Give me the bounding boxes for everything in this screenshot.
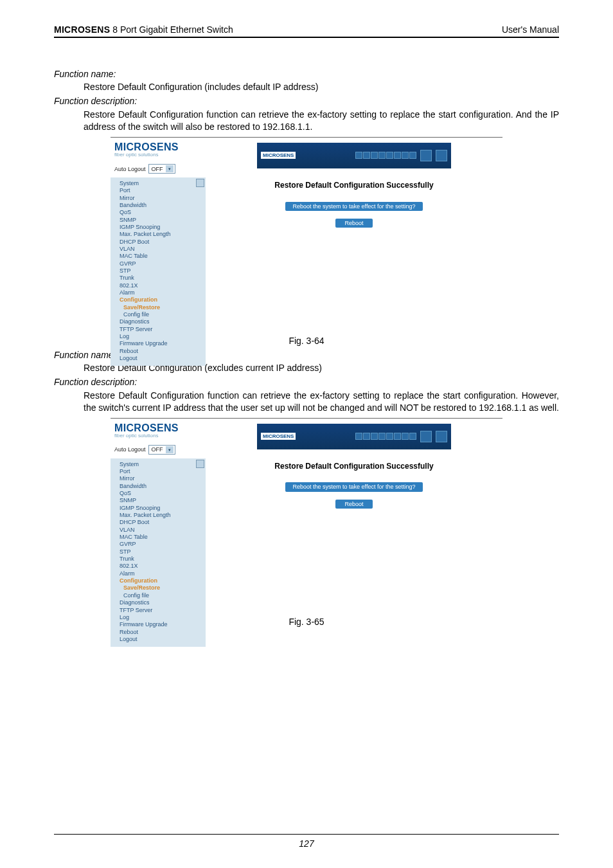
main-panel: MICROSENS Restore Default Configuration … [206,420,502,613]
nav-item[interactable]: Log [112,333,204,340]
chevron-down-icon: ▾ [166,446,173,453]
nav-item[interactable]: Alarm [112,570,204,577]
auto-logout-select[interactable]: OFF ▾ [148,164,175,174]
nav-item[interactable]: Config file [112,592,204,599]
nav-item[interactable]: Mirror [112,194,204,201]
nav-item[interactable]: VLAN [112,526,204,533]
nav-item[interactable]: VLAN [112,245,204,252]
nav-item[interactable]: Mirror [112,475,204,482]
auto-logout-value: OFF [152,446,163,453]
sidebar: MICROSENS fiber optic solutions Auto Log… [111,139,206,332]
nav-item[interactable]: Port [112,187,204,194]
nav-item[interactable]: TFTP Server [112,606,204,613]
logo-block: MICROSENS fiber optic solutions [111,139,206,162]
device-module-icon [420,431,432,442]
auto-logout-label: Auto Logout [114,446,146,453]
auto-logout-value: OFF [152,166,163,172]
nav-item[interactable]: System [112,460,204,467]
figure-365: MICROSENS fiber optic solutions Auto Log… [111,418,502,613]
device-ports-icon [355,433,416,440]
reboot-button[interactable]: Reboot [335,500,372,509]
function-desc-value: Restore Default Configuration function c… [84,109,559,133]
nav-item[interactable]: DHCP Boot [112,238,204,245]
nav-item[interactable]: DHCP Boot [112,519,204,526]
nav-item[interactable]: Max. Packet Length [112,512,204,519]
nav-item[interactable]: 802.1X [112,563,204,570]
nav-item[interactable]: Diagnostics [112,599,204,606]
page-header: MICROSENS 8 Port Gigabit Ethernet Switch… [54,24,559,38]
content-title: Restore Default Configuration Successful… [274,462,433,471]
sidebar: MICROSENS fiber optic solutions Auto Log… [111,420,206,613]
banner-label: MICROSENS [261,433,296,440]
nav-item[interactable]: Bandwidth [112,482,204,489]
nav-item[interactable]: System [112,179,204,186]
header-brand: MICROSENS [54,24,110,35]
main-panel: MICROSENS Restore Default Configuration … [206,139,502,332]
nav-item[interactable]: Logout [112,355,204,362]
nav-item[interactable]: Firmware Upgrade [112,340,204,347]
device-banner: MICROSENS [257,143,451,168]
nav-item[interactable]: SNMP [112,497,204,504]
nav-item[interactable]: Trunk [112,556,204,563]
nav-item[interactable]: MAC Table [112,253,204,260]
nav-item[interactable]: Save/Restore [112,303,204,311]
nav-item[interactable]: Save/Restore [112,584,204,592]
logo-block: MICROSENS fiber optic solutions [111,420,206,443]
auto-logout-label: Auto Logout [114,166,146,172]
nav-item[interactable]: TFTP Server [112,325,204,332]
nav-item[interactable]: 802.1X [112,282,204,289]
nav-item[interactable]: GVRP [112,260,204,267]
function-desc-label: Function description: [54,96,559,106]
page-number: 127 [0,838,613,849]
nav-item[interactable]: Reboot [112,628,204,635]
nav-list: SystemPortMirrorBandwidthQoSSNMPIGMP Sno… [111,177,206,366]
auto-logout-row: Auto Logout OFF ▾ [111,161,206,177]
reboot-question: Reboot the system to take effect for the… [285,202,423,211]
content-title: Restore Default Configuration Successful… [274,181,433,190]
screenshot-1: MICROSENS fiber optic solutions Auto Log… [111,139,502,332]
nav-item[interactable]: Configuration [112,296,204,303]
auto-logout-row: Auto Logout OFF ▾ [111,442,206,458]
auto-logout-select[interactable]: OFF ▾ [148,445,175,455]
nav-item[interactable]: IGMP Snooping [112,223,204,230]
nav-item[interactable]: SNMP [112,216,204,223]
function-name-value: Restore Default Configuration (includes … [84,82,559,92]
nav-item[interactable]: QoS [112,490,204,497]
function-name-label: Function name: [54,69,559,79]
nav-item[interactable]: IGMP Snooping [112,504,204,511]
device-module-icon [436,431,447,442]
nav-item[interactable]: QoS [112,209,204,216]
nav-item[interactable]: Port [112,467,204,475]
banner-label: MICROSENS [261,152,296,159]
device-ports-icon [355,152,416,159]
function-desc-value: Restore Default Configuration function c… [84,390,559,414]
nav-item[interactable]: MAC Table [112,534,204,541]
nav-item[interactable]: STP [112,548,204,555]
nav-list: SystemPortMirrorBandwidthQoSSNMPIGMP Sno… [111,458,206,647]
nav-item[interactable]: Log [112,613,204,620]
nav-item[interactable]: Bandwidth [112,201,204,208]
reboot-button[interactable]: Reboot [335,219,372,228]
nav-item[interactable]: Firmware Upgrade [112,621,204,628]
nav-item[interactable]: Diagnostics [112,318,204,325]
nav-item[interactable]: GVRP [112,541,204,548]
chevron-down-icon: ▾ [166,165,173,172]
header-right: User's Manual [502,24,559,35]
nav-item[interactable]: Logout [112,635,204,642]
footer-rule [54,834,559,835]
header-left: MICROSENS 8 Port Gigabit Ethernet Switch [54,24,233,35]
reboot-question: Reboot the system to take effect for the… [285,482,423,491]
header-product: 8 Port Gigabit Ethernet Switch [110,24,233,35]
nav-item[interactable]: Config file [112,311,204,318]
logo-sub: fiber optic solutions [114,152,202,158]
screenshot-2: MICROSENS fiber optic solutions Auto Log… [111,420,502,613]
device-banner: MICROSENS [257,424,451,449]
nav-item[interactable]: STP [112,267,204,274]
nav-item[interactable]: Reboot [112,347,204,354]
device-module-icon [436,150,447,161]
nav-item[interactable]: Alarm [112,289,204,296]
nav-item[interactable]: Trunk [112,275,204,282]
nav-item[interactable]: Max. Packet Length [112,231,204,238]
device-module-icon [420,150,432,161]
nav-item[interactable]: Configuration [112,577,204,584]
